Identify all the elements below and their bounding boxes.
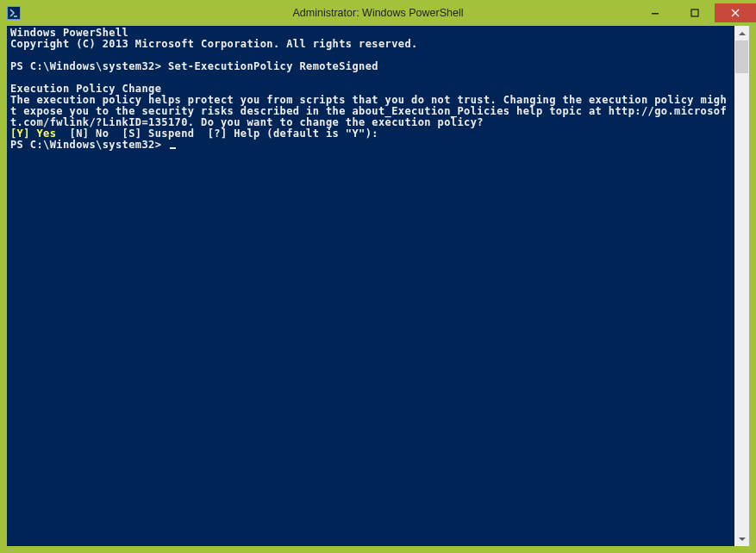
prompt-text: PS C:\Windows\system32> [10,139,168,151]
scroll-down-button[interactable] [734,531,749,546]
maximize-icon [690,9,699,17]
policy-heading: Execution Policy Change [10,83,161,95]
close-icon [731,9,740,17]
svg-rect-1 [691,9,698,16]
terminal-line: Copyright (C) 2013 Microsoft Corporation… [10,38,418,50]
policy-body: The execution policy helps protect you f… [10,94,727,128]
chevron-up-icon [739,30,746,37]
powershell-window: Administrator: Windows PowerShell Window… [0,0,756,553]
scroll-track[interactable] [734,40,749,531]
svg-rect-0 [652,13,659,15]
choice-yes: [Y] Yes [10,127,56,140]
vertical-scrollbar[interactable] [734,26,749,546]
minimize-button[interactable] [635,3,675,22]
choice-rest: [N] No [S] Suspend [?] Help (default is … [56,127,378,140]
cursor [170,147,176,149]
terminal-line: Windows PowerShell [10,27,128,39]
prompt-text: PS C:\Windows\system32> [10,60,168,72]
chevron-down-icon [739,536,746,543]
window-controls [635,3,756,22]
scroll-thumb[interactable] [735,40,748,73]
close-button[interactable] [715,3,756,22]
client-area: Windows PowerShell Copyright (C) 2013 Mi… [7,26,749,546]
terminal-view[interactable]: Windows PowerShell Copyright (C) 2013 Mi… [7,26,734,546]
maximize-button[interactable] [675,3,715,22]
titlebar[interactable]: Administrator: Windows PowerShell [0,0,756,26]
powershell-icon [7,6,21,20]
scroll-up-button[interactable] [734,26,749,40]
minimize-icon [651,9,659,17]
command-text: Set-ExecutionPolicy RemoteSigned [168,60,378,72]
